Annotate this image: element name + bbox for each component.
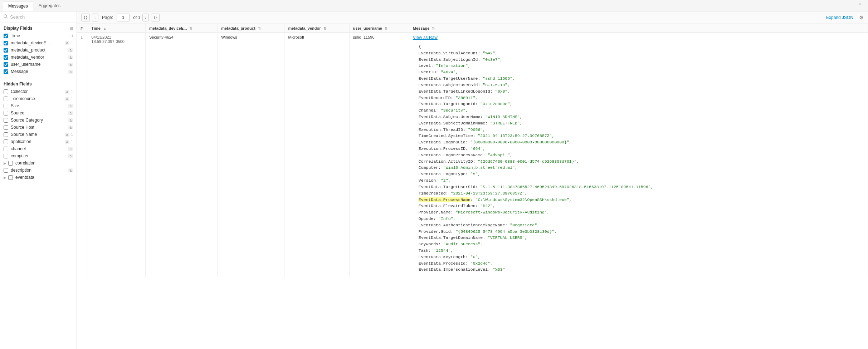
json-key: Level: — [419, 63, 433, 68]
json-line: EventData.TargetLinkedLogonId: "0x0", — [419, 88, 858, 95]
json-line: EventData.VirtualAccount: "%42", — [419, 50, 858, 56]
json-key: EventData.AuthenticationPackageName: — [419, 223, 507, 227]
field-siemsource[interactable]: _siemsource a 1 — [0, 95, 77, 102]
display-fields-title: Display Fields — [4, 26, 33, 31]
json-line: Level: "Information", — [419, 63, 858, 69]
field-source-host[interactable]: Source Host a — [0, 124, 77, 131]
row-device-event: Security-4624 — [146, 33, 218, 277]
field-message-checkbox[interactable] — [4, 69, 8, 74]
field-correlation-label: correlation — [15, 161, 73, 166]
field-correlation[interactable]: ▶ correlation — [0, 159, 77, 167]
col-num: # — [77, 24, 88, 33]
field-time[interactable]: Time ℹ — [0, 32, 77, 39]
field-source-host-checkbox[interactable] — [4, 125, 8, 130]
field-source-category-checkbox[interactable] — [4, 118, 8, 123]
toolbar: ⟨⟨ ‹ Page: of 1 › ⟩⟩ Expand JSON ⚙ — [77, 11, 868, 24]
tab-messages[interactable]: Messages — [3, 1, 33, 11]
field-metadata-product-label: metadata_product — [11, 48, 67, 53]
nav-last-button[interactable]: ⟩⟩ — [151, 14, 160, 21]
field-eventdata[interactable]: ▶ eventdata — [0, 174, 77, 181]
json-line: EventData.ElevatedToken: "%42", — [419, 203, 858, 209]
field-metadata-product[interactable]: metadata_product a — [0, 46, 77, 54]
json-key: EventData.LogonGuid: — [419, 140, 468, 144]
json-line: Opcode: "Info", — [419, 216, 858, 222]
row-time: 04/13/2021 18:59:27.397-0500 — [88, 33, 146, 277]
col-metadata-product[interactable]: metadata_product ⇅ — [218, 24, 284, 33]
main-content: Display Fields ▤ Time ℹ metadata_deviceE… — [0, 11, 868, 349]
field-user-username-checkbox[interactable] — [4, 62, 8, 67]
field-siemsource-badge: a — [65, 97, 70, 101]
field-siemsource-checkbox[interactable] — [4, 97, 8, 101]
field-source-name-checkbox[interactable] — [4, 132, 8, 137]
tab-aggregates[interactable]: Aggregates — [33, 1, 66, 10]
field-metadata-device-checkbox[interactable] — [4, 41, 8, 45]
nav-next-button[interactable]: › — [142, 14, 149, 21]
field-computer[interactable]: computer a — [0, 152, 77, 159]
json-value: "S-1-5-18", — [480, 83, 510, 87]
col-message[interactable]: Message ⇅ — [409, 24, 868, 33]
json-line: Keywords: "Audit Success", — [419, 241, 858, 247]
field-source[interactable]: Source a — [0, 109, 77, 117]
field-application[interactable]: application a 1 — [0, 138, 77, 145]
field-user-username-label: user_username — [11, 62, 67, 67]
field-source-category[interactable]: Source Category a — [0, 117, 77, 124]
field-correlation-expand[interactable]: ▶ — [4, 161, 6, 165]
search-input[interactable] — [10, 14, 73, 20]
settings-icon[interactable]: ⚙ — [859, 15, 864, 20]
field-metadata-device[interactable]: metadata_deviceE... a 1 — [0, 39, 77, 46]
expand-json-button[interactable]: Expand JSON — [826, 15, 853, 20]
field-time-info[interactable]: ℹ — [72, 34, 73, 38]
nav-prev-button[interactable]: ‹ — [92, 14, 98, 21]
field-application-checkbox[interactable] — [4, 139, 8, 144]
field-computer-checkbox[interactable] — [4, 154, 8, 158]
json-key: EventID: — [419, 70, 438, 74]
field-eventdata-expand[interactable]: ▶ — [4, 176, 6, 180]
field-metadata-device-badge: a — [65, 41, 70, 45]
field-channel[interactable]: channel a — [0, 145, 77, 152]
json-value: "2021-04-13T23:59:27.3976857Z", — [476, 133, 555, 138]
display-fields-icon[interactable]: ▤ — [69, 26, 73, 31]
json-value: "{26d97430-0883-0001-d574-d9268308d701}"… — [476, 159, 579, 164]
field-channel-checkbox[interactable] — [4, 147, 8, 151]
page-input[interactable] — [117, 14, 130, 21]
field-eventdata-checkbox[interactable] — [8, 175, 13, 180]
field-metadata-vendor-label: metadata_vendor — [11, 55, 67, 60]
table-container: # Time ▲ metadata_deviceE... ⇅ metadata_… — [77, 24, 868, 349]
json-key: Execution.ThreadID: — [419, 127, 465, 132]
col-metadata-device[interactable]: metadata_deviceE... ⇅ — [146, 24, 218, 33]
field-time-checkbox[interactable] — [4, 34, 8, 38]
field-user-username[interactable]: user_username a — [0, 61, 77, 68]
json-line: EventData.KeyLength: "0", — [419, 254, 858, 260]
json-value: "12544", — [431, 248, 453, 253]
json-line: Computer: "Win10-Admin.b.streetfred.ml", — [419, 164, 858, 171]
nav-first-button[interactable]: ⟨⟨ — [81, 14, 90, 21]
field-collector-checkbox[interactable] — [4, 89, 8, 94]
field-message[interactable]: Message a — [0, 68, 77, 75]
field-metadata-device-count: 1 — [71, 41, 73, 45]
field-source-name-count: 1 — [71, 133, 73, 137]
json-key: Channel: — [419, 108, 438, 113]
view-raw-link[interactable]: View as Raw — [413, 35, 864, 40]
field-metadata-product-checkbox[interactable] — [4, 48, 8, 53]
field-metadata-vendor-checkbox[interactable] — [4, 55, 8, 60]
field-collector[interactable]: Collector a 1 — [0, 88, 77, 95]
field-size[interactable]: Size a — [0, 102, 77, 109]
field-metadata-vendor[interactable]: metadata_vendor a — [0, 54, 77, 61]
field-application-count: 1 — [71, 140, 73, 144]
col-user-username[interactable]: user_username ⇅ — [349, 24, 409, 33]
vendor-sort-icon: ⇅ — [323, 26, 326, 30]
json-key: EventData.VirtualAccount: — [419, 51, 481, 55]
field-correlation-checkbox[interactable] — [8, 161, 13, 166]
field-description-checkbox[interactable] — [4, 168, 8, 173]
field-description[interactable]: description a — [0, 167, 77, 174]
col-time[interactable]: Time ▲ — [88, 24, 146, 33]
field-size-checkbox[interactable] — [4, 104, 8, 108]
json-value: "5", — [468, 172, 481, 176]
field-source-name-badge: a — [65, 133, 70, 137]
col-metadata-vendor[interactable]: metadata_vendor ⇅ — [284, 24, 349, 33]
field-source-checkbox[interactable] — [4, 111, 8, 115]
page-total: of 1 — [133, 15, 140, 20]
json-line: EventData.TargetLogonId: "0x1e2e8e0e", — [419, 101, 858, 107]
minimize-button[interactable]: ⌃ — [855, 1, 865, 10]
field-source-name[interactable]: Source Name a 1 — [0, 131, 77, 138]
